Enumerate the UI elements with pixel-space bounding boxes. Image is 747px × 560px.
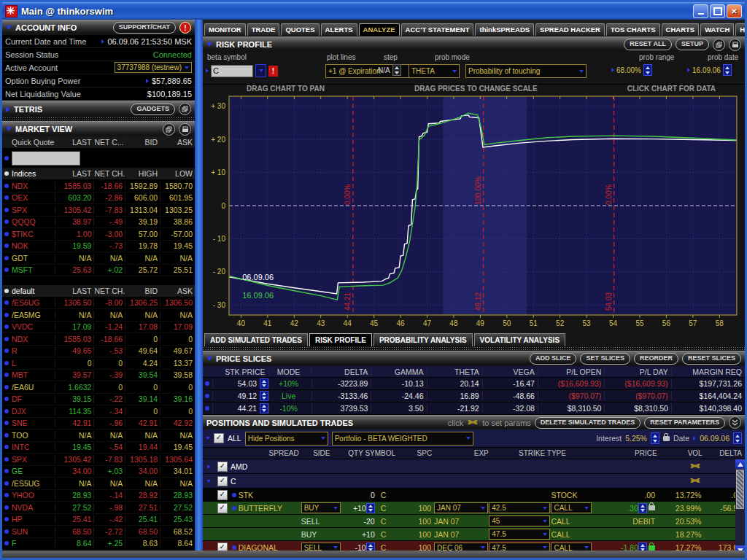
quote-row[interactable]: DJX114.35-.3400 xyxy=(2,405,195,418)
quantity-stepper[interactable] xyxy=(366,503,375,513)
row-checkbox[interactable]: ✓ xyxy=(217,503,228,513)
group-checkbox[interactable]: ✓ xyxy=(217,462,228,472)
tab-watch[interactable]: WATCH xyxy=(700,23,734,36)
dropdown[interactable]: SELL xyxy=(301,542,341,551)
expand-icon[interactable] xyxy=(206,69,209,73)
date-stepper[interactable] xyxy=(733,432,742,444)
group-checkbox[interactable]: ✓ xyxy=(217,476,228,486)
set-slices-button[interactable]: SET SLICES xyxy=(580,353,630,365)
greek-dropdown[interactable]: THETA xyxy=(409,64,460,78)
subtab-add-simulated-trades[interactable]: ADD SIMULATED TRADES xyxy=(204,333,308,346)
dropdown[interactable]: 47.5 xyxy=(489,542,550,551)
row-checkbox[interactable]: ✓ xyxy=(217,542,228,551)
quote-row[interactable]: NDX1585.03-18.6600 xyxy=(2,333,195,346)
quantity-stepper[interactable] xyxy=(638,503,647,513)
quote-row[interactable]: R49.65-.5349.6449.67 xyxy=(2,346,195,358)
quote-row[interactable]: OEX603.20-2.86606.00601.95 xyxy=(2,192,195,205)
quote-row[interactable]: HP25.41-.4225.4125.43 xyxy=(2,514,195,526)
dropdown[interactable]: DEC 06 xyxy=(434,542,488,551)
add-slice-button[interactable]: ADD SLICE xyxy=(530,353,577,365)
quantity-stepper[interactable] xyxy=(366,542,375,551)
step-stepper[interactable] xyxy=(392,64,401,76)
beta-symbol-input[interactable] xyxy=(211,65,253,77)
subtab-probability-analysis[interactable]: PROBABILITY ANALYSIS xyxy=(374,333,473,346)
tab-monitor[interactable]: MONITOR xyxy=(204,23,246,36)
tab-tos-charts[interactable]: TOS CHARTS xyxy=(606,23,660,36)
subtab-risk-profile[interactable]: RISK PROFILE xyxy=(309,333,372,346)
market-view-header[interactable]: MARKET VIEW xyxy=(2,121,195,136)
positions-scrollbar[interactable] xyxy=(735,459,745,551)
quantity-stepper[interactable] xyxy=(638,542,647,551)
dropdown[interactable]: BUY xyxy=(301,502,341,513)
quote-row[interactable]: SNE42.91-.9642.9142.92 xyxy=(2,418,195,430)
tetris-header[interactable]: TETRIS GADGETS xyxy=(2,101,195,117)
all-checkbox[interactable]: ✓ xyxy=(214,433,224,443)
dropdown[interactable]: 42.5 xyxy=(489,502,550,513)
detach-icon[interactable] xyxy=(163,123,175,136)
expand-icon[interactable] xyxy=(207,464,210,469)
double-chevron-icon[interactable] xyxy=(729,416,741,429)
tab-acc-t-statement[interactable]: ACC'T STATEMENT xyxy=(401,23,474,36)
position-group-row-amd[interactable]: ✓AMD xyxy=(203,459,745,474)
position-group-row-c[interactable]: ✓C xyxy=(203,474,745,489)
support-chat-button[interactable]: SUPPORT/CHAT xyxy=(113,22,176,34)
quote-row[interactable]: L004.2413.37 xyxy=(2,357,195,370)
print-icon[interactable] xyxy=(729,39,741,51)
dropdown[interactable]: 45 xyxy=(489,516,550,526)
quote-row[interactable]: NOK19.59-.7319.7819.45 xyxy=(2,241,195,253)
lock-icon[interactable] xyxy=(649,505,655,510)
quote-row[interactable]: GE34.00+.0334.0034.01 xyxy=(2,466,195,478)
row-checkbox[interactable]: ✓ xyxy=(217,490,228,500)
collapse-triangle-icon[interactable] xyxy=(206,437,210,440)
reset-parameters-button[interactable]: RESET PARAMETERS xyxy=(644,417,725,429)
wrench-icon[interactable] xyxy=(689,462,701,471)
quote-row[interactable]: /EA5MGN/AN/AN/AN/A xyxy=(2,309,195,322)
subtab-volatility-analysis[interactable]: VOLATILITY ANALYSIS xyxy=(474,333,565,346)
quote-row[interactable]: INTC19.45-.5419.4419.45 xyxy=(2,442,195,454)
tab-thinkspreads[interactable]: thinkSPREADS xyxy=(475,23,534,36)
collapse-triangle-icon[interactable] xyxy=(6,127,12,131)
lock-icon[interactable] xyxy=(663,436,670,441)
minimize-button[interactable] xyxy=(693,4,708,18)
quote-row[interactable]: /ES6UG1306.50-8.001306.251306.50 xyxy=(2,298,195,310)
quote-row[interactable]: NVDA27.52-.9827.5127.52 xyxy=(2,502,195,514)
detach-icon[interactable] xyxy=(713,39,725,51)
tab-spread-hacker[interactable]: SPREAD HACKER xyxy=(535,23,605,36)
detach-icon[interactable] xyxy=(179,103,191,115)
alert-icon[interactable]: ! xyxy=(179,22,191,34)
position-row[interactable]: SELL-20C100JAN 0745CALLDEBIT20.53% xyxy=(203,515,745,528)
quote-row[interactable]: NDX1585.03-18.661592.891580.70 xyxy=(2,180,195,192)
quote-row[interactable]: VVDC17.09-1.2417.0817.09 xyxy=(2,322,195,334)
expand-icon[interactable] xyxy=(611,68,614,72)
reset-all-button[interactable]: RESET ALL xyxy=(624,39,672,50)
interest-stepper[interactable] xyxy=(651,432,659,444)
reset-slices-button[interactable]: RESET SLICES xyxy=(682,353,741,365)
tab-trade[interactable]: TRADE xyxy=(247,23,280,36)
quote-row[interactable]: $TIKC1.00-3.0057.00-57.00 xyxy=(2,228,195,241)
prob-date-stepper[interactable] xyxy=(723,64,732,76)
account-info-header[interactable]: ACCOUNT INFO SUPPORT/CHAT ! xyxy=(2,20,195,35)
quote-row[interactable]: GDTN/AN/AN/AN/A xyxy=(2,252,195,265)
position-row[interactable]: ✓STK0CSTOCK.0013.72%.00 xyxy=(203,489,745,502)
risk-chart[interactable]: 0.00%44.21100.00%49.120.00%54.0306.09.06… xyxy=(203,94,745,329)
quote-row[interactable]: SUN68.50-2.7268.5068.52 xyxy=(2,526,195,538)
prob-mode-dropdown[interactable]: Probability of touching xyxy=(465,64,587,78)
hide-positions-dropdown[interactable]: Hide Positions xyxy=(245,432,328,446)
price-stepper[interactable] xyxy=(260,378,268,389)
expand-icon[interactable] xyxy=(101,39,104,44)
active-account-dropdown[interactable]: 37737988 (testnew) xyxy=(115,62,192,73)
titlebar[interactable]: Main @ thinkorswim ✕ xyxy=(2,2,745,20)
dropdown[interactable]: 47.5 xyxy=(489,529,550,540)
close-button[interactable]: ✕ xyxy=(727,4,742,18)
quote-row[interactable]: SPX1305.42-7.831313.041303.25 xyxy=(2,204,195,217)
quote-row[interactable]: MBT39.57-.3939.5439.58 xyxy=(2,370,195,382)
dropdown[interactable]: JAN 07 xyxy=(434,502,488,513)
quote-row[interactable]: DF39.15-.2239.1439.16 xyxy=(2,394,195,406)
position-row[interactable]: BUY+10C100JAN 0747.5CALL18.27% xyxy=(203,528,745,541)
lock-icon[interactable] xyxy=(649,545,655,551)
position-row[interactable]: ✓BUTTERFLYBUY+10C100JAN 0742.5CALL.3023.… xyxy=(203,502,745,515)
price-stepper[interactable] xyxy=(260,403,268,413)
panel-divider[interactable] xyxy=(195,20,203,551)
tab-help[interactable]: HELP xyxy=(735,23,745,36)
expand-icon[interactable] xyxy=(693,436,696,440)
